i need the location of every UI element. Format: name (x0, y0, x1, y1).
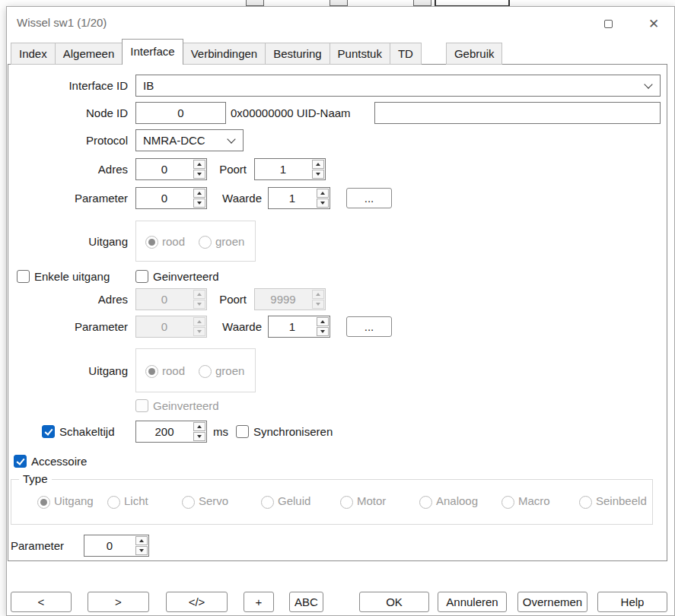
apply-button[interactable]: Overnemen (517, 592, 587, 612)
maximize-button[interactable] (596, 14, 620, 33)
groen1-radio (199, 236, 212, 249)
poort2-stepper (254, 288, 326, 310)
schakeltijd-label: Schakeltijd (59, 424, 115, 440)
adres2-input (136, 289, 193, 310)
waarde2-input[interactable] (269, 316, 316, 337)
type-radio-motor (340, 496, 353, 509)
poort2-input (255, 289, 311, 310)
tab-puntstuk[interactable]: Puntstuk (330, 43, 390, 65)
synchroniseren-checkbox[interactable] (236, 425, 249, 438)
accessoire-label: Accessoire (31, 454, 87, 469)
tab-interface[interactable]: Interface (122, 39, 183, 65)
next-button[interactable]: > (88, 592, 149, 612)
groen1-radio-label: groen (215, 234, 244, 249)
code-button[interactable]: </> (166, 592, 228, 612)
spin-down-button (193, 300, 205, 309)
accessoire-checkbox[interactable] (14, 455, 27, 468)
type-radio-seinbeeld (579, 496, 592, 509)
spin-up-icon (316, 293, 320, 296)
spin-up-button[interactable] (193, 160, 205, 169)
spin-up-button[interactable] (135, 536, 148, 545)
type-radio-analoog-label: Analoog (436, 494, 478, 509)
poort2-label: Poort (205, 288, 247, 310)
enkele-uitgang-label: Enkele uitgang (34, 269, 110, 284)
spin-up-button[interactable] (312, 160, 324, 169)
adres1-input[interactable] (136, 159, 193, 179)
spin-down-button[interactable] (193, 432, 205, 441)
parameter2-label: Parameter (15, 316, 128, 338)
type-radio-uitgang (37, 496, 50, 509)
spin-down-icon (197, 435, 202, 438)
spin-up-button[interactable] (193, 422, 205, 431)
geinverteerd1-checkbox[interactable] (135, 270, 148, 283)
spin-up-icon (139, 539, 144, 542)
parameter-bottom-input[interactable] (84, 535, 135, 556)
background-window-fragment (330, 0, 348, 6)
type-group-label: Type (19, 472, 52, 487)
spin-up-button (193, 290, 205, 299)
spin-down-icon (197, 173, 202, 176)
waarde1-input[interactable] (269, 188, 316, 208)
tab-gebruik[interactable]: Gebruik (446, 43, 503, 65)
node-id-input[interactable] (136, 103, 225, 123)
tab-besturing[interactable]: Besturing (265, 43, 330, 65)
spin-down-button[interactable] (193, 170, 205, 179)
waarde1-label: Waarde (183, 187, 262, 209)
adres1-label: Adres (15, 158, 128, 180)
schakeltijd-input[interactable] (136, 421, 193, 442)
spin-down-button[interactable] (317, 198, 329, 208)
spin-down-icon (316, 173, 320, 176)
waarde2-stepper (268, 316, 330, 338)
rood1-radio-label: rood (162, 234, 185, 249)
maximize-icon (604, 20, 613, 28)
add-button[interactable]: + (244, 592, 274, 612)
prev-button[interactable]: < (11, 592, 72, 612)
spin-up-icon (316, 163, 320, 166)
type-radio-macro (501, 496, 514, 509)
groen2-radio-label: groen (215, 364, 244, 379)
abc-button[interactable]: ABC (289, 592, 323, 612)
uitgang1-group: rood groen (135, 221, 256, 262)
spin-up-button[interactable] (317, 317, 329, 326)
tab-bar: Index Algemeen Interface Verbindingen Be… (11, 39, 501, 65)
spin-up-button[interactable] (317, 189, 329, 198)
spin-down-button[interactable] (135, 546, 148, 555)
schakeltijd-checkbox[interactable] (42, 425, 55, 438)
interface-id-select[interactable]: IB (135, 75, 661, 97)
more-options1-button[interactable]: ... (346, 188, 392, 208)
ok-button[interactable]: OK (359, 592, 429, 612)
type-radio-seinbeeld-label: Seinbeeld (596, 494, 647, 509)
enkele-uitgang-checkbox[interactable] (17, 270, 30, 283)
more-options2-button[interactable]: ... (346, 316, 392, 337)
type-radio-servo-label: Servo (199, 494, 228, 509)
spin-down-icon (197, 303, 202, 306)
parameter-bottom-label: Parameter (11, 535, 64, 557)
protocol-select[interactable]: NMRA-DCC (135, 129, 244, 151)
screen: Wissel sw1 (1/20) ✕ Index Algemeen Inter… (0, 0, 675, 616)
rood1-radio (145, 236, 158, 249)
geinverteerd1-label: Geinverteerd (153, 269, 219, 284)
waarde2-label: Waarde (183, 316, 262, 338)
type-radio-servo (182, 496, 195, 509)
node-id-label: Node ID (15, 102, 128, 124)
help-button[interactable]: Help (597, 592, 667, 612)
tab-index[interactable]: Index (11, 43, 56, 65)
poort1-stepper (254, 158, 326, 180)
spin-up-icon (320, 192, 325, 195)
adres2-label: Adres (15, 288, 128, 310)
poort1-input[interactable] (255, 159, 311, 179)
uid-name-input[interactable] (375, 103, 660, 123)
cancel-button[interactable]: Annuleren (438, 592, 507, 612)
spin-down-button[interactable] (312, 170, 324, 179)
parameter-bottom-stepper (84, 535, 149, 557)
spin-down-button[interactable] (317, 327, 329, 336)
close-icon: ✕ (648, 17, 659, 30)
close-button[interactable]: ✕ (642, 14, 666, 33)
tab-verbindingen[interactable]: Verbindingen (183, 43, 266, 65)
node-id-field (135, 102, 226, 124)
ms-unit-label: ms (213, 421, 228, 443)
tab-td[interactable]: TD (390, 43, 422, 65)
waarde1-stepper (268, 187, 330, 209)
tab-algemeen[interactable]: Algemeen (55, 43, 123, 65)
type-radio-licht-label: Licht (124, 494, 148, 509)
